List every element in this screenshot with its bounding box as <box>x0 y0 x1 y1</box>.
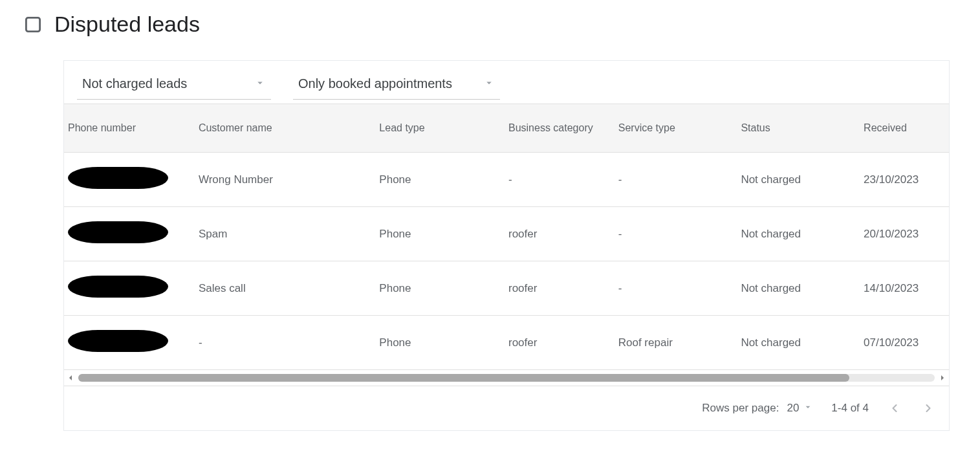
svg-rect-0 <box>26 17 39 31</box>
scroll-track[interactable] <box>78 374 935 382</box>
cell-name: Spam <box>193 207 374 261</box>
col-bus[interactable]: Business category <box>503 104 613 153</box>
next-page-button[interactable] <box>920 400 936 416</box>
cell-status: Not charged <box>735 153 858 207</box>
cell-status: Not charged <box>735 316 858 370</box>
table-row[interactable]: Wrong NumberPhone--Not charged23/10/2023 <box>64 153 949 207</box>
filter-booking-label: Only booked appointments <box>298 76 452 91</box>
table-row[interactable]: Sales callPhoneroofer-Not charged14/10/2… <box>64 261 949 316</box>
cell-lead: Phone <box>374 261 503 316</box>
cell-recv: 23/10/2023 <box>858 153 949 207</box>
scroll-right-icon[interactable] <box>937 373 948 383</box>
phone-redacted <box>68 221 168 243</box>
cell-name: - <box>193 316 374 370</box>
cell-svc: Roof repair <box>613 316 736 370</box>
col-recv[interactable]: Received <box>858 104 949 153</box>
col-lead[interactable]: Lead type <box>374 104 503 153</box>
cell-recv: 07/10/2023 <box>858 316 949 370</box>
cell-name: Wrong Number <box>193 153 374 207</box>
filter-booking-select[interactable]: Only booked appointments <box>293 72 500 100</box>
chevron-down-icon <box>483 77 495 91</box>
leads-table: Phone number Customer name Lead type Bus… <box>64 104 949 370</box>
cell-lead: Phone <box>374 153 503 207</box>
cell-lead: Phone <box>374 316 503 370</box>
scroll-left-icon[interactable] <box>65 373 76 383</box>
rows-per-page-select[interactable]: 20 <box>787 402 813 415</box>
page-title: Disputed leads <box>54 12 200 37</box>
col-phone[interactable]: Phone number <box>64 104 193 153</box>
cell-recv: 20/10/2023 <box>858 207 949 261</box>
chevron-down-icon <box>254 77 266 91</box>
disputed-checkbox[interactable] <box>23 15 43 34</box>
horizontal-scrollbar <box>64 370 949 386</box>
col-name[interactable]: Customer name <box>193 104 374 153</box>
cell-bus: roofer <box>503 207 613 261</box>
table-row[interactable]: -PhonerooferRoof repairNot charged07/10/… <box>64 316 949 370</box>
cell-bus: - <box>503 153 613 207</box>
pagination: Rows per page: 20 1-4 of 4 <box>64 386 949 430</box>
cell-bus: roofer <box>503 316 613 370</box>
col-status[interactable]: Status <box>735 104 858 153</box>
cell-name: Sales call <box>193 261 374 316</box>
cell-svc: - <box>613 261 736 316</box>
cell-recv: 14/10/2023 <box>858 261 949 316</box>
phone-redacted <box>68 167 168 189</box>
rows-per-page-label: Rows per page: <box>702 402 779 415</box>
phone-redacted <box>68 330 168 352</box>
rows-per-page-value: 20 <box>787 402 799 415</box>
table-row[interactable]: SpamPhoneroofer-Not charged20/10/2023 <box>64 207 949 261</box>
cell-svc: - <box>613 207 736 261</box>
filter-charge-select[interactable]: Not charged leads <box>77 72 271 100</box>
cell-lead: Phone <box>374 207 503 261</box>
scroll-thumb[interactable] <box>78 374 849 382</box>
cell-status: Not charged <box>735 207 858 261</box>
cell-bus: roofer <box>503 261 613 316</box>
prev-page-button[interactable] <box>887 400 902 416</box>
chevron-down-icon <box>803 402 813 415</box>
filter-bar: Not charged leads Only booked appointmen… <box>64 61 949 104</box>
cell-status: Not charged <box>735 261 858 316</box>
phone-redacted <box>68 276 168 298</box>
filter-charge-label: Not charged leads <box>82 76 187 91</box>
cell-svc: - <box>613 153 736 207</box>
col-svc[interactable]: Service type <box>613 104 736 153</box>
leads-card: Not charged leads Only booked appointmen… <box>63 60 950 431</box>
pagination-range: 1-4 of 4 <box>831 402 869 415</box>
